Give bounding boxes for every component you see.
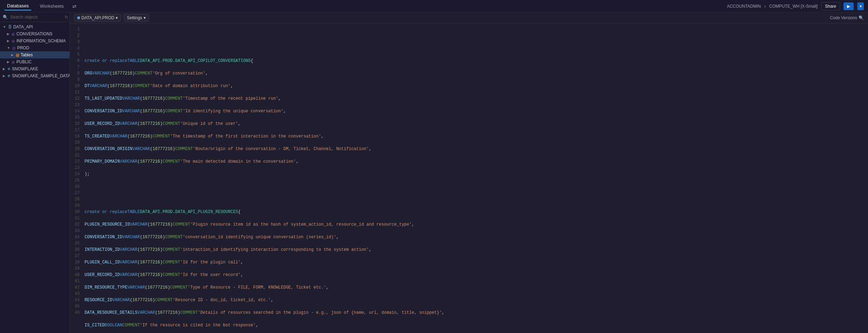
sidebar-item-conversations[interactable]: ▶ ◎ CONVERSATIONS [0, 30, 70, 37]
sidebar-item-prod[interactable]: ▼ ◎ PROD [0, 44, 70, 51]
editor-area: DATA_API.PROD ▾ Settings ▾ Code Versions… [70, 13, 868, 333]
sidebar-item-public[interactable]: ▶ ◎ PUBLIC [0, 58, 70, 65]
schema-icon2: ◎ [12, 39, 15, 43]
sidebar-label-snowflake: SNOWFLAKE [12, 66, 38, 71]
code-line-24: IS_CITED BOOLEAN COMMENT 'If the resourc… [85, 322, 865, 328]
chevron-right-icon5: ▶ [3, 67, 5, 71]
db-badge[interactable]: DATA_API.PROD ▾ [74, 14, 121, 22]
code-line-12: ); [85, 171, 865, 177]
search-icon2[interactable]: 🔍 [859, 15, 864, 20]
code-line-5: DT VARCHAR(16777216) COMMENT 'Date of do… [85, 83, 865, 89]
code-line-6: TS_LAST_UPDATED VARCHAR(16777216) COMMEN… [85, 95, 865, 102]
run-dropdown-button[interactable]: ▾ [857, 2, 864, 10]
code-line-10: CONVERSATION_ORIGIN VARCHAR(16777216) CO… [85, 146, 865, 152]
swap-icon[interactable]: ⇄ [72, 3, 77, 9]
code-line-3: create or replace TABLE DATA_API.PROD.DA… [85, 58, 865, 64]
code-line-14 [85, 196, 865, 203]
code-line-21: DIM_RESOURCE_TYPE VARCHAR(16777216) COMM… [85, 284, 865, 291]
code-line-15: create or replace TABLE DATA_API.PROD.DA… [85, 209, 865, 215]
code-line-19: PLUGIN_CALL_ID VARCHAR(16777216) COMMENT… [85, 259, 865, 265]
code-line-13 [85, 184, 865, 190]
code-line-17: CONVERSATION_ID VARCHAR(16777216) COMMEN… [85, 234, 865, 240]
search-icon: 🔍 [3, 15, 8, 20]
sidebar-label-data-api: DATA_API [13, 24, 33, 29]
snowflake-icon: ❄ [7, 67, 10, 71]
chevron-down-icon2: ▼ [7, 46, 10, 50]
settings-label: Settings [127, 15, 142, 20]
sidebar-item-information-schema[interactable]: ▶ ◎ INFORMATION_SCHEMA [0, 37, 70, 44]
table-icon: ▦ [16, 53, 19, 57]
code-editor[interactable]: 12345 678910 1112131415 1617181920 21222… [70, 23, 868, 333]
sidebar-label-conversations: CONVERSATIONS [16, 31, 52, 36]
sidebar-label-public: PUBLIC [16, 59, 31, 64]
code-line-1 [85, 33, 865, 39]
code-versions-label: Code Versions [830, 15, 857, 20]
main-layout: 🔍 ↻ ▼ 🗄 DATA_API ▶ ◎ CONVERSATIONS ▶ ◎ I… [0, 13, 868, 333]
top-nav: Databases Worksheets ⇄ ACCOUNTADMIN › CO… [0, 0, 868, 13]
code-line-18: INTERACTION_ID VARCHAR(16777216) COMMENT… [85, 247, 865, 253]
tab-worksheets[interactable]: Worksheets [37, 2, 66, 10]
chevron-right-icon3: ▶ [11, 53, 14, 57]
db-icon: 🗄 [8, 25, 12, 29]
share-button[interactable]: Share [821, 2, 840, 10]
sidebar-label-information-schema: INFORMATION_SCHEMA [16, 38, 66, 43]
chevron-right-icon6: ▶ [3, 74, 5, 78]
run-button[interactable]: ▶ [844, 2, 854, 10]
code-line-22: RESOURCE_ID VARCHAR(16777216) COMMENT 'R… [85, 297, 865, 303]
schema-icon: ◎ [12, 32, 15, 36]
sidebar-content: ▼ 🗄 DATA_API ▶ ◎ CONVERSATIONS ▶ ◎ INFOR… [0, 22, 70, 333]
code-line-23: DATA_RESOURCE_DETAILS VARCHAR(16777216) … [85, 310, 865, 316]
code-line-2 [85, 45, 865, 51]
arrow-icon: › [764, 4, 766, 9]
sidebar: 🔍 ↻ ▼ 🗄 DATA_API ▶ ◎ CONVERSATIONS ▶ ◎ I… [0, 13, 70, 333]
top-nav-right: ACCOUNTADMIN › COMPUTE_WH [X-Small] Shar… [727, 2, 864, 10]
chevron-down-icon8: ▾ [144, 15, 146, 20]
chevron-down-icon: ▼ [3, 25, 6, 29]
sidebar-label-tables: Tables [21, 52, 33, 57]
refresh-icon[interactable]: ↻ [65, 15, 68, 20]
code-line-20: USER_RECORD_ID VARCHAR(16777216) COMMENT… [85, 272, 865, 278]
code-line-7: CONVERSATION_ID VARCHAR(16777216) COMMEN… [85, 108, 865, 114]
sidebar-label-prod: PROD [17, 45, 29, 50]
warehouse-label[interactable]: COMPUTE_WH [X-Small] [769, 4, 818, 9]
code-versions-button[interactable]: Code Versions 🔍 [830, 15, 864, 20]
search-input[interactable] [10, 15, 63, 20]
editor-toolbar: DATA_API.PROD ▾ Settings ▾ Code Versions… [70, 13, 868, 23]
sidebar-search-container: 🔍 ↻ [0, 13, 70, 22]
chevron-right-icon2: ▶ [7, 39, 9, 43]
chevron-right-icon4: ▶ [7, 60, 9, 64]
db-dot [77, 16, 80, 19]
line-numbers: 12345 678910 1112131415 1617181920 21222… [70, 23, 83, 333]
code-line-4: ORG VARCHAR(16777216) COMMENT 'Org of co… [85, 70, 865, 77]
code-line-11: PRIMARY_DOMAIN VARCHAR(16777216) COMMENT… [85, 158, 865, 165]
tab-databases[interactable]: Databases [4, 2, 31, 10]
user-label: ACCOUNTADMIN [727, 4, 761, 9]
snowflake-icon2: ❄ [7, 74, 10, 78]
db-badge-label: DATA_API.PROD [81, 15, 114, 20]
chevron-down-icon7: ▾ [116, 15, 118, 20]
sidebar-item-snowflake[interactable]: ▶ ❄ SNOWFLAKE [0, 65, 70, 72]
code-line-16: PLUGIN_RESOURCE_ID VARCHAR(16777216) COM… [85, 221, 865, 228]
schema-icon4: ◎ [12, 60, 15, 64]
chevron-right-icon: ▶ [7, 32, 9, 36]
sidebar-item-tables[interactable]: ▶ ▦ Tables [0, 51, 70, 58]
schema-icon3: ◎ [12, 46, 16, 50]
code-line-9: TS_CREATED VARCHAR(16777216) COMMENT 'Th… [85, 133, 865, 140]
sidebar-item-snowflake-sample-data[interactable]: ▶ ❄ SNOWFLAKE_SAMPLE_DATA [0, 72, 70, 79]
sidebar-label-snowflake-sample-data: SNOWFLAKE_SAMPLE_DATA [12, 73, 70, 78]
code-content[interactable]: create or replace TABLE DATA_API.PROD.DA… [83, 23, 868, 333]
code-line-8: USER_RECORD_ID VARCHAR(16777216) COMMENT… [85, 121, 865, 127]
sidebar-item-data-api[interactable]: ▼ 🗄 DATA_API [0, 23, 70, 30]
settings-badge[interactable]: Settings ▾ [124, 14, 149, 22]
